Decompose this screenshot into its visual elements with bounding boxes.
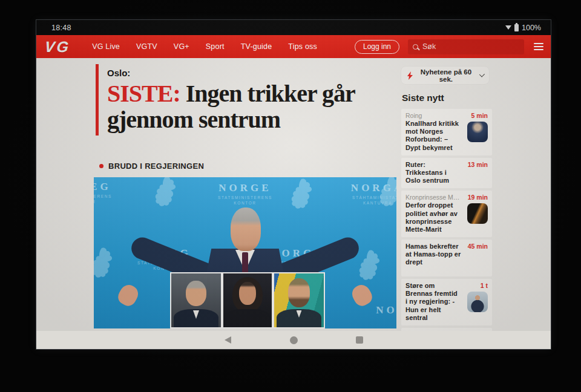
news-item[interactable]: Støre om Brennas fremtid i ny regjering:… [401,279,492,325]
page-content: Oslo: SISTE: Ingen trikker går gjennom s… [36,58,551,331]
nav-sport[interactable]: Sport [206,42,225,51]
portrait-shoulders [174,309,218,328]
battery-icon [514,24,519,31]
news-item[interactable]: Roing Knallhard kritikk mot Norges Rofor… [401,109,492,155]
nav-tv-guide[interactable]: TV-guide [241,42,272,51]
home-button[interactable] [290,336,298,344]
top-nav: VG Live VGTV VG+ Sport TV-guide Tips oss [92,42,317,51]
vg-logo[interactable]: VG [44,38,71,56]
chevron-down-icon [479,71,485,77]
portrait-face [288,278,310,307]
news-item-title: Støre om Brennas fremtid i ny regjering:… [405,282,461,322]
nav-vgtv[interactable]: VGTV [136,42,157,51]
breaking-label: SISTE: [107,80,180,107]
news-item-time: 45 min [468,243,488,250]
news-item-kicker: Kronprinsesse Mette-… [405,194,461,201]
inset-portrait-1 [170,272,222,328]
portrait-shoulders [225,309,270,328]
news-item-thumbnail [467,252,488,273]
news-item-thumbnail [467,203,488,224]
news-item-time: 13 min [468,161,488,168]
news-item-time: 5 min [471,112,488,119]
news-item-time: 19 min [468,194,488,201]
news-item[interactable]: Ruter: Trikkestans i Oslo sentrum 13 min [401,158,492,189]
figure-head [231,207,261,251]
news-item[interactable]: Hamas bekrefter at Hamas-topp er drept 4… [401,240,492,276]
story-tag[interactable]: BRUDD I REGJERINGEN [99,162,204,171]
search-input[interactable]: Søk [408,39,524,54]
nav-vg-live[interactable]: VG Live [92,42,120,51]
inset-portrait-2 [222,272,273,328]
portrait-face [186,281,206,306]
news-item-thumbnail [467,122,488,142]
site-header: VG VG Live VGTV VG+ Sport TV-guide Tips … [36,35,551,58]
news-item-time: 1 t [481,282,488,289]
wifi-icon [505,25,511,30]
android-nav-bar [36,331,551,349]
portrait-shoulders [277,309,321,328]
news-in-60-sec-button[interactable]: Nyhetene på 60 sek. [401,67,489,84]
lightning-icon [407,71,413,80]
latest-news-sidebar: Nyhetene på 60 sek. Siste nytt Roing Kna… [401,67,492,331]
news-item-kicker: Roing [405,112,461,119]
news-item-title: Derfor droppet politiet avhør av kronpri… [405,201,461,234]
news-item-thumbnail [467,292,488,312]
nav-vg-plus[interactable]: VG+ [174,42,189,51]
figure-right-hand [349,282,375,309]
menu-icon[interactable] [534,43,543,50]
live-dot-icon [99,164,103,168]
nav-tips-oss[interactable]: Tips oss [288,42,317,51]
story-kicker: Oslo: [107,68,380,78]
tablet-screen: 18:48 100% VG VG Live VGTV VG+ Sport TV-… [36,20,551,349]
figure-left-hand [116,282,142,309]
news-item-title: Hamas bekrefter at Hamas-topp er drept [405,243,461,267]
recents-button[interactable] [356,336,363,344]
story-headline: SISTE: Ingen trikker går gjennom sentrum [107,81,376,133]
clock: 18:48 [51,24,71,32]
back-button[interactable] [225,336,231,344]
latest-news-list: Roing Knallhard kritikk mot Norges Rofor… [401,109,492,331]
login-button[interactable]: Logg inn [355,40,399,54]
portrait-face [239,282,256,305]
search-placeholder: Søk [422,42,436,51]
lead-story-image[interactable]: NOREG STATSMINISTERENS KONTOR NORGE STAT… [94,177,396,328]
news-item[interactable]: Kronprinsesse Mette-… Derfor droppet pol… [401,191,492,237]
story-tag-label: BRUDD I REGJERINGEN [108,162,204,171]
latest-news-heading: Siste nytt [402,93,492,103]
search-icon [413,44,418,50]
lead-story-headline-block[interactable]: Oslo: SISTE: Ingen trikker går gjennom s… [96,64,380,136]
battery-percent: 100% [522,24,541,32]
android-status-bar: 18:48 100% [36,20,551,35]
news-item-title: Knallhard kritikk mot Norges Roforbund: … [405,120,461,152]
inset-portrait-3 [273,272,325,328]
news-item-title: Ruter: Trikkestans i Oslo sentrum [405,161,461,185]
